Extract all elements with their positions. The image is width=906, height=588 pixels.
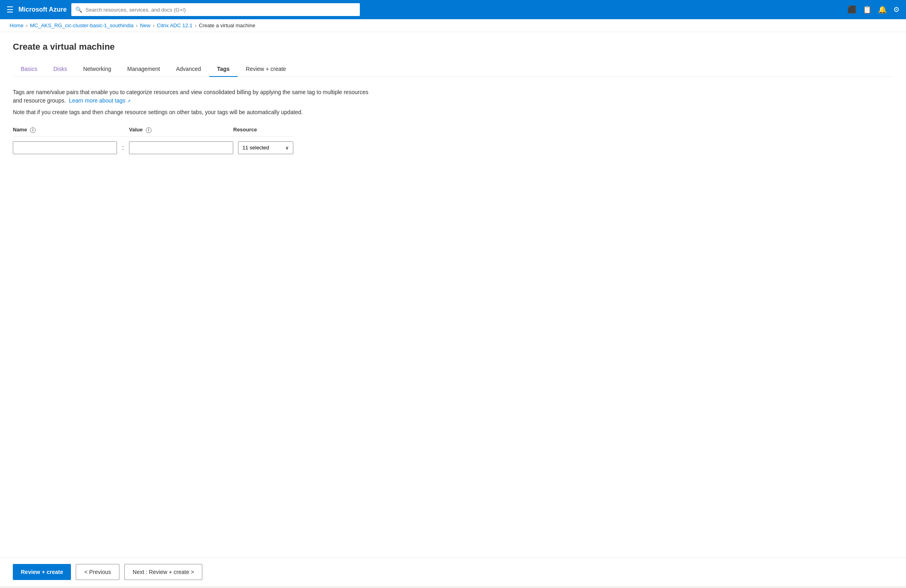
top-navigation: ☰ Microsoft Azure 🔍 ⬛ 📋 🔔 ⚙ [0, 0, 906, 19]
form-header: Name i Value i Resource [13, 127, 293, 137]
breadcrumb-sep-3: › [153, 23, 154, 28]
tag-name-field-wrapper [13, 141, 117, 154]
col-header-name: Name i [13, 127, 117, 133]
breadcrumb-sep-1: › [26, 23, 28, 28]
nav-icons: ⬛ 📋 🔔 ⚙ [847, 5, 900, 14]
tab-advanced[interactable]: Advanced [168, 62, 209, 77]
review-create-button[interactable]: Review + create [13, 564, 71, 580]
tab-tags[interactable]: Tags [209, 62, 238, 77]
search-icon: 🔍 [75, 6, 82, 13]
settings-icon[interactable]: ⚙ [893, 5, 900, 14]
previous-button[interactable]: < Previous [76, 564, 119, 580]
breadcrumb-current: Create a virtual machine [199, 22, 255, 28]
breadcrumb-sep-2: › [136, 23, 137, 28]
tab-disks[interactable]: Disks [45, 62, 75, 77]
next-button[interactable]: Next : Review + create > [124, 564, 202, 580]
resource-selected-label: 11 selected [242, 145, 269, 151]
tab-review-create[interactable]: Review + create [238, 62, 294, 77]
colon-separator: : [117, 144, 129, 151]
tab-bar: Basics Disks Networking Management Advan… [13, 62, 893, 77]
breadcrumb-home[interactable]: Home [10, 22, 24, 28]
external-link-icon: ↗ [127, 99, 131, 103]
bell-icon[interactable]: 🔔 [878, 5, 887, 14]
tab-basics[interactable]: Basics [13, 62, 45, 77]
brand-name: Microsoft Azure [18, 6, 67, 13]
resource-dropdown[interactable]: 11 selected ∨ [238, 141, 293, 154]
tags-note: Note that if you create tags and then ch… [13, 109, 893, 115]
hamburger-icon[interactable]: ☰ [6, 5, 14, 14]
tag-form-row: : 11 selected ∨ [13, 141, 293, 154]
tags-description: Tags are name/value pairs that enable yo… [13, 88, 373, 105]
breadcrumb-new[interactable]: New [140, 22, 150, 28]
feedback-icon[interactable]: 📋 [863, 5, 872, 14]
col-header-resource: Resource [233, 127, 293, 133]
breadcrumb-rg[interactable]: MC_AKS_RG_cic-cluster-basic-1_southindia [30, 22, 134, 28]
breadcrumb: Home › MC_AKS_RG_cic-cluster-basic-1_sou… [0, 19, 906, 32]
name-info-icon[interactable]: i [30, 127, 36, 133]
search-input[interactable] [85, 7, 356, 13]
col-header-colon [117, 127, 129, 133]
search-bar: 🔍 [71, 3, 360, 16]
col-header-value: Value i [129, 127, 233, 133]
tab-management[interactable]: Management [119, 62, 168, 77]
tab-networking[interactable]: Networking [75, 62, 119, 77]
breadcrumb-citrix[interactable]: Citrix ADC 12.1 [157, 22, 192, 28]
learn-more-link[interactable]: Learn more about tags ↗ [69, 97, 131, 104]
main-content: Create a virtual machine Basics Disks Ne… [0, 32, 906, 557]
tag-value-input[interactable] [129, 141, 233, 154]
resource-dropdown-wrapper: 11 selected ∨ [238, 141, 293, 154]
footer: Review + create < Previous Next : Review… [0, 557, 906, 586]
tag-name-input[interactable] [13, 141, 117, 154]
tag-value-field-wrapper [129, 141, 233, 154]
terminal-icon[interactable]: ⬛ [847, 5, 856, 14]
value-info-icon[interactable]: i [146, 127, 151, 133]
chevron-down-icon: ∨ [285, 145, 289, 151]
breadcrumb-sep-4: › [195, 23, 196, 28]
page-title: Create a virtual machine [13, 42, 893, 52]
